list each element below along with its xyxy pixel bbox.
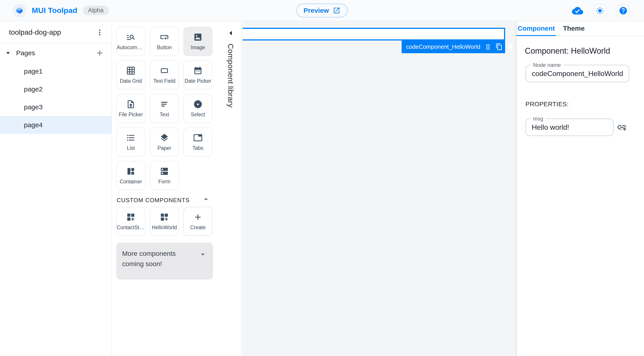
component-card-label: Button (157, 44, 172, 50)
component-card-text-field[interactable]: Text Field (150, 60, 179, 90)
drag-handle-icon[interactable] (484, 43, 492, 51)
coming-soon-text: More components coming soon! (122, 248, 199, 269)
tab-component-label: Component (518, 24, 555, 32)
component-card-label: Create (190, 224, 206, 230)
date-picker-icon (193, 66, 202, 75)
properties-header: PROPERTIES: (526, 101, 569, 108)
component-card-image[interactable]: Image (183, 27, 212, 56)
delete-component-icon[interactable] (507, 43, 514, 51)
coming-soon-caret-icon[interactable] (200, 253, 206, 256)
component-card-contactsta[interactable]: ContactSta… (116, 207, 145, 236)
component-card-label: Tabs (192, 145, 204, 151)
page-label: page2 (24, 86, 42, 93)
page-label: page3 (24, 103, 42, 111)
component-card-label: Paper (158, 145, 171, 151)
button-icon (160, 32, 169, 42)
image-icon (193, 32, 202, 42)
component-card-paper[interactable]: Paper (150, 128, 179, 156)
component-card-select[interactable]: Select (183, 94, 212, 123)
select-icon (193, 100, 202, 109)
component-card-helloworld[interactable]: HelloWorld (150, 207, 179, 236)
component-card-autocomplete[interactable]: Autocomplete (116, 27, 145, 56)
component-card-tabs[interactable]: Tabs (183, 128, 212, 156)
app-header: MUI Toolpad Alpha Preview (0, 0, 644, 21)
preview-button-label: Preview (304, 7, 329, 14)
component-card-label: Autocomplete (117, 44, 145, 50)
mui-toolpad-logo-icon (12, 4, 26, 18)
sidebar-page-page2[interactable]: page2 (0, 80, 111, 98)
msg-field: msg (526, 118, 614, 136)
component-card-date-picker[interactable]: Date Picker (183, 60, 212, 90)
tab-theme-label: Theme (563, 24, 585, 32)
dashboard-customize-icon (126, 212, 136, 222)
container-icon (126, 166, 136, 176)
component-card-label: Data Grid (120, 78, 142, 84)
sidebar-page-page4[interactable]: page4 (0, 116, 111, 134)
pages-section-label: Pages (16, 49, 35, 57)
alpha-badge: Alpha (83, 6, 109, 15)
component-card-label: Text (160, 112, 169, 118)
app-menu-kebab-icon[interactable] (95, 28, 104, 37)
component-card-label: Date Picker (185, 78, 211, 84)
component-card-label: Image (191, 44, 205, 50)
preview-button[interactable]: Preview (296, 4, 348, 18)
text-icon (160, 100, 169, 109)
component-card-label: ContactSta… (117, 224, 145, 230)
brand: MUI Toolpad Alpha (12, 4, 109, 18)
theme-toggle-button[interactable] (594, 4, 606, 17)
help-icon (619, 6, 628, 15)
coming-soon-box: More components coming soon! (116, 243, 213, 280)
header-actions (572, 0, 630, 21)
component-card-create[interactable]: Create (183, 207, 212, 236)
app-title: MUI Toolpad (32, 6, 77, 15)
list-icon (126, 133, 136, 142)
duplicate-component-icon[interactable] (496, 43, 503, 51)
component-card-label: Form (158, 179, 170, 185)
form-icon (160, 166, 169, 176)
selected-component[interactable] (242, 28, 505, 40)
component-card-label: Select (191, 112, 205, 118)
add-page-button[interactable] (95, 48, 104, 58)
add-icon (193, 212, 202, 222)
selected-component-name: codeComponent_HelloWorld (406, 44, 480, 50)
selection-toolbar: codeComponent_HelloWorld (402, 40, 505, 53)
component-card-list[interactable]: List (116, 128, 145, 156)
help-button[interactable] (617, 4, 630, 17)
component-card-text[interactable]: Text (150, 94, 179, 123)
pages-sidebar: toolpad-dog-app Pages page1page2page3pag… (0, 21, 112, 356)
app-name-row: toolpad-dog-app (0, 21, 111, 44)
pages-section-header: Pages (0, 44, 111, 62)
component-card-data-grid[interactable]: Data Grid (116, 60, 145, 90)
component-card-label: HelloWorld (152, 224, 177, 230)
bind-property-button[interactable] (617, 122, 627, 132)
component-card-file-picker[interactable]: File Picker (116, 94, 145, 123)
component-card-label: Container (120, 179, 142, 185)
custom-component-grid: ContactSta…HelloWorldCreate (116, 207, 212, 236)
data-grid-icon (126, 66, 136, 75)
node-name-label: Node name (531, 62, 563, 68)
tab-theme[interactable]: Theme (556, 21, 592, 36)
node-name-field: Node name (526, 65, 629, 82)
component-card-container[interactable]: Container (116, 161, 145, 190)
app-name: toolpad-dog-app (9, 28, 61, 36)
component-card-form[interactable]: Form (150, 161, 179, 190)
paper-icon (160, 133, 169, 142)
sidebar-page-page3[interactable]: page3 (0, 98, 111, 116)
inspector-tabs: Component Theme (516, 21, 644, 36)
msg-label: msg (531, 116, 546, 122)
sidebar-page-page1[interactable]: page1 (0, 62, 111, 80)
custom-components-collapse-icon[interactable] (204, 197, 208, 200)
file-picker-icon (126, 100, 136, 109)
tab-component[interactable]: Component (516, 21, 556, 36)
add-link-icon (617, 122, 627, 132)
autocomplete-icon (126, 32, 136, 42)
page-canvas[interactable]: codeComponent_HelloWorld (242, 21, 516, 356)
pages-collapse-caret-icon[interactable] (5, 51, 11, 55)
inspector-panel: Component Theme Component: HelloWorld No… (516, 21, 644, 356)
dashboard-customize-icon (160, 212, 169, 222)
component-library-vertical-label: Component library (226, 44, 235, 142)
page-label: page4 (24, 121, 42, 129)
component-card-button[interactable]: Button (150, 27, 179, 56)
library-collapse-arrow-icon[interactable] (228, 30, 233, 36)
component-grid: AutocompleteButtonImageData GridText Fie… (116, 27, 212, 190)
